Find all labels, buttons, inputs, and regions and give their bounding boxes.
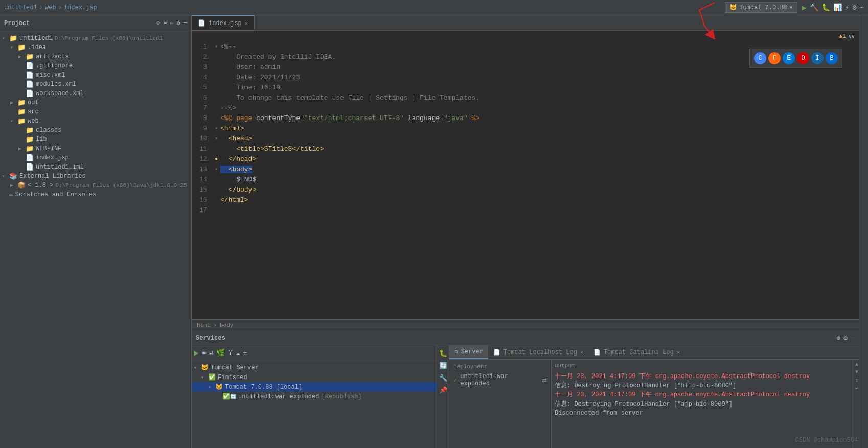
sidebar-item[interactable]: 📄 workspace.xml: [0, 89, 191, 98]
service-tree-item[interactable]: ▾ 🐱 Tomcat 7.0.88 [local]: [192, 382, 437, 392]
sidebar-item[interactable]: ▾ 📁 untitled1 D:\Program Files (x86)\unt…: [0, 34, 191, 43]
sidebar-item[interactable]: ▶ 📁 WEB-INF: [0, 144, 191, 153]
settings-icon[interactable]: ⚙️: [852, 3, 856, 12]
line-content[interactable]: <head>: [220, 134, 859, 144]
output-scrollbar[interactable]: ▲ ▼ ↧ ↩: [853, 360, 859, 448]
tree-arrow: ▾: [2, 35, 9, 41]
service-label: Tomcat 7.0.88 [local]: [225, 384, 302, 391]
sidebar-item[interactable]: ▾ 📁 .idea: [0, 43, 191, 52]
chevron-up-icon[interactable]: ∧: [848, 33, 852, 40]
settings-services-icon[interactable]: ⚙: [843, 334, 848, 342]
edge-icon[interactable]: E: [783, 52, 795, 64]
code-line: 13 ▾ <body>: [192, 164, 859, 175]
ie-icon[interactable]: I: [811, 52, 824, 64]
service-tree-item[interactable]: ▾ 🐱 Tomcat Server: [192, 363, 437, 372]
folder-icon: 📁: [17, 43, 26, 52]
build-icon[interactable]: 🔨: [810, 3, 818, 12]
breadcrumb-item[interactable]: web: [45, 4, 56, 11]
sidebar-item[interactable]: 📄 .gitignore: [0, 61, 191, 70]
tab-index-jsp[interactable]: 📄 index.jsp ✕: [192, 15, 255, 30]
firefox-icon[interactable]: F: [768, 52, 781, 64]
line-number: 15: [192, 185, 212, 195]
tree-arrow: ▾: [10, 118, 17, 124]
line-content[interactable]: Date: 2021/11/23: [220, 73, 859, 83]
line-fold: ▾: [212, 164, 220, 175]
scroll-end-button[interactable]: ↧: [855, 377, 857, 383]
coverage-icon[interactable]: 📊: [833, 3, 842, 12]
scroll-down-button[interactable]: ▼: [855, 369, 857, 375]
sidebar-item[interactable]: ▾ 📁 web: [0, 116, 191, 126]
more-icon[interactable]: ⋯: [860, 3, 864, 12]
group-icon[interactable]: 🌿: [216, 348, 225, 357]
chrome-icon[interactable]: C: [754, 52, 766, 64]
sidebar-item[interactable]: ▶ 📁 artifacts: [0, 52, 191, 61]
line-content[interactable]: Time: 16:10: [220, 83, 859, 93]
line-content[interactable]: <html>: [220, 124, 859, 134]
tree-arrow: ▾: [208, 384, 215, 390]
minimize-services-icon[interactable]: —: [851, 334, 855, 342]
code-editor[interactable]: 1 ▾ <%-- 2 Created by IntelliJ IDEA. 3 U…: [192, 42, 859, 319]
brave-icon[interactable]: B: [826, 52, 838, 64]
debug-icon[interactable]: 🐛: [821, 3, 830, 12]
tab-close-button[interactable]: ✕: [245, 20, 248, 27]
sidebar-item[interactable]: ▾ 📚 External Libraries: [0, 172, 191, 181]
service-tree-item[interactable]: ▾ ✅ Finished: [192, 372, 437, 382]
expand-icon[interactable]: ⊕: [837, 334, 841, 342]
sidebar-item[interactable]: 📄 untitled1.iml: [0, 162, 191, 172]
service-tree-item[interactable]: ✅🔄 untitled1:war exploded [Republish]: [192, 392, 437, 402]
deploy-icon[interactable]: ☁: [236, 348, 240, 357]
close-localhost-log-button[interactable]: ✕: [580, 349, 583, 356]
sidebar-item[interactable]: 📄 misc.xml: [0, 70, 191, 80]
sort-icon[interactable]: ⇄: [209, 348, 213, 357]
tab-tomcat-localhost-log[interactable]: 📄 Tomcat Localhost Log ✕: [488, 345, 588, 359]
tomcat-selector[interactable]: 🐱 Tomcat 7.0.88 ▾: [725, 2, 797, 13]
sidebar-item[interactable]: 📁 lib: [0, 135, 191, 144]
close-sidebar-icon[interactable]: —: [184, 19, 187, 27]
line-content[interactable]: $END$: [220, 175, 859, 185]
add-icon[interactable]: ⊕: [156, 19, 160, 27]
refresh-icon[interactable]: 🔄: [439, 362, 447, 370]
sidebar-item[interactable]: 📁 classes: [0, 126, 191, 135]
line-content[interactable]: </body>: [220, 185, 859, 195]
tree-label: .idea: [28, 44, 46, 51]
sidebar-item[interactable]: 📁 src: [0, 107, 191, 116]
add-services-button[interactable]: +: [243, 349, 247, 357]
scroll-from-source-icon[interactable]: ⇐: [170, 19, 173, 27]
sidebar-item[interactable]: 📄 modules.xml: [0, 80, 191, 89]
run-services-button[interactable]: ▶: [194, 348, 199, 358]
editor-footer: html › body: [192, 319, 859, 331]
collapse-all-icon[interactable]: ≡: [163, 19, 167, 27]
sidebar-item[interactable]: ✏️ Scratches and Consoles: [0, 190, 191, 199]
tab-tomcat-catalina-log[interactable]: 📄 Tomcat Catalina Log ✕: [588, 345, 685, 359]
chevron-down-icon[interactable]: ∨: [851, 33, 855, 40]
line-content[interactable]: <body>: [220, 164, 859, 175]
output-panel: Output 十一月 23, 2021 4:17:09 下午 org.apach…: [552, 360, 853, 448]
pin-icon[interactable]: 📌: [439, 386, 447, 394]
sidebar-item[interactable]: ▶ 📁 out: [0, 98, 191, 107]
sidebar-item[interactable]: 📄 index.jsp: [0, 153, 191, 162]
bug-icon[interactable]: 🐛: [439, 349, 447, 358]
opera-icon[interactable]: O: [797, 52, 809, 64]
service-label: Finished: [218, 374, 247, 381]
breadcrumb-item[interactable]: index.jsp: [64, 4, 97, 11]
scroll-up-button[interactable]: ▲: [855, 362, 857, 367]
warning-bar: ▲1 ∧ ∨: [192, 31, 859, 42]
collapse-services-icon[interactable]: ≡: [202, 349, 206, 357]
breadcrumb-item[interactable]: untitled1: [4, 4, 37, 11]
filter-icon[interactable]: Y: [228, 349, 232, 357]
line-content[interactable]: To change this template use File | Setti…: [220, 93, 859, 103]
wrench-icon[interactable]: 🔧: [439, 374, 447, 382]
gear-icon[interactable]: ⚙: [177, 19, 180, 27]
deploy-refresh-icon[interactable]: ⇄: [542, 375, 547, 385]
line-content[interactable]: <title>$Title$</title>: [220, 144, 859, 154]
line-content[interactable]: </html>: [220, 195, 859, 205]
sidebar-item[interactable]: ▶ 📦 < 1.8 > D:\Program Files (x86)\Java\…: [0, 181, 191, 190]
profile-icon[interactable]: ⚡: [845, 3, 849, 12]
scroll-soft-wrap-button[interactable]: ↩: [855, 385, 857, 391]
tab-server[interactable]: ⚙ Server: [449, 345, 488, 359]
run-button[interactable]: ▶: [802, 3, 807, 13]
line-content[interactable]: --%>: [220, 103, 859, 113]
line-content[interactable]: </head>: [220, 154, 859, 164]
close-catalina-log-button[interactable]: ✕: [677, 349, 680, 356]
line-content[interactable]: <%@ page contentType="text/html;charset=…: [220, 113, 859, 124]
